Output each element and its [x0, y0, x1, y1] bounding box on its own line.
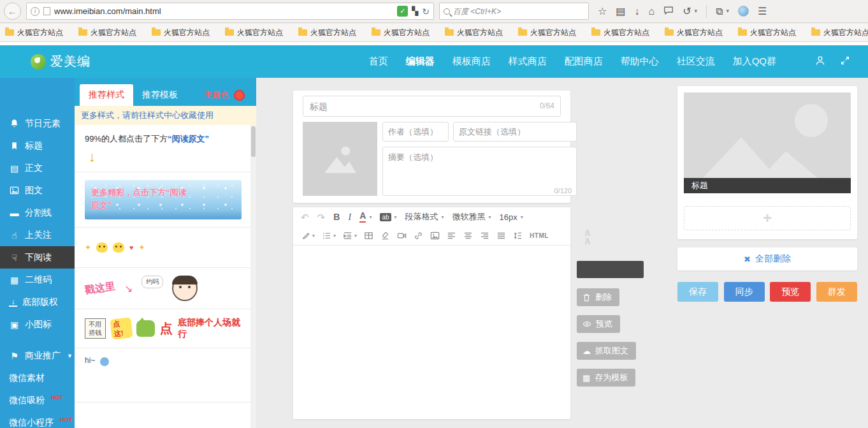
url-bar[interactable]: i ✓ ▚ ↻: [26, 3, 434, 20]
bookmark-item[interactable]: 火狐官方站点: [591, 27, 649, 38]
bold-button[interactable]: B: [333, 212, 340, 222]
bookmark-item[interactable]: 火狐官方站点: [298, 27, 356, 38]
format-painter-icon[interactable]: [301, 231, 310, 240]
bookmark-item[interactable]: 火狐官方站点: [811, 27, 868, 38]
history-icon[interactable]: ↺: [683, 6, 691, 17]
bookmark-star-icon[interactable]: ☆: [598, 6, 607, 17]
back-button[interactable]: ←: [4, 3, 21, 20]
nav-home[interactable]: 首页: [369, 55, 388, 68]
sidebar-item-body-text[interactable]: ▤ 正文: [0, 157, 75, 179]
paragraph-format-dropdown[interactable]: 段落格式 ▾: [405, 211, 444, 223]
clear-format-icon[interactable]: [380, 231, 390, 240]
indent-icon[interactable]: [343, 231, 352, 240]
hovered-action-button[interactable]: [577, 261, 644, 278]
style-item-winter-banner[interactable]: 更多精彩，点击下方“阅读原文”: [75, 172, 256, 228]
account-icon[interactable]: [738, 6, 749, 17]
nav-join-qq[interactable]: 加入QQ群: [733, 55, 776, 68]
source-link-input[interactable]: [453, 122, 577, 142]
style-item-read-more-text[interactable]: 99%的人都点击了下方“阅读原文” ↓: [75, 125, 256, 172]
bookmark-item[interactable]: 火狐官方站点: [518, 27, 576, 38]
align-right-icon[interactable]: [480, 231, 489, 240]
sidebar-item-wechat-miniprogram[interactable]: 微信小程序 HOT: [0, 411, 75, 428]
add-article-button[interactable]: +: [684, 206, 851, 230]
nav-help-center[interactable]: 帮助中心: [621, 55, 659, 68]
font-color-caret-icon[interactable]: ▾: [369, 214, 372, 220]
font-color-button[interactable]: A: [359, 211, 366, 222]
bookmark-item[interactable]: 火狐官方站点: [665, 27, 723, 38]
history-caret-icon[interactable]: ▾: [695, 8, 698, 14]
mass-send-button[interactable]: 群发: [816, 282, 857, 302]
style-item-click-bottom[interactable]: 不用搭钱 点这! 点 底部捧个人场就行: [75, 309, 256, 348]
collapse-chevrons[interactable]: ∧ ∧: [578, 228, 597, 245]
preview-button[interactable]: 预览: [577, 315, 620, 333]
tab-recommended-styles[interactable]: 推荐样式: [80, 84, 133, 106]
italic-button[interactable]: I: [348, 212, 351, 223]
style-item-cartoon-emojis[interactable]: ✦ ♥ ✦: [75, 228, 256, 268]
sidebar-item-footer-copyright[interactable]: ↓ 底部版权: [0, 291, 75, 313]
tab-groups-icon[interactable]: ⧉: [716, 6, 723, 17]
url-input[interactable]: [54, 6, 393, 16]
sync-button[interactable]: 同步: [724, 282, 765, 302]
app-logo[interactable]: 爱美编: [31, 53, 90, 70]
highlight-button[interactable]: ab: [380, 213, 391, 221]
preview-article-button[interactable]: 预览: [770, 282, 811, 302]
bookmark-item[interactable]: 火狐官方站点: [5, 27, 63, 38]
tab-groups-caret-icon[interactable]: ▾: [727, 8, 730, 14]
sidebar-item-wechat-material[interactable]: 微信素材: [0, 367, 75, 389]
html-mode-button[interactable]: HTML: [530, 232, 549, 239]
nav-style-store[interactable]: 样式商店: [509, 55, 547, 68]
sidebar-item-festival-elements[interactable]: 节日元素: [0, 112, 75, 135]
align-justify-icon[interactable]: [496, 231, 506, 240]
tab-recommended-templates[interactable]: 推荐模板: [133, 84, 187, 106]
align-left-icon[interactable]: [447, 231, 456, 240]
author-input[interactable]: [382, 122, 449, 142]
refresh-icon[interactable]: ↻: [422, 6, 430, 17]
grab-article-button[interactable]: ☁ 抓取图文: [577, 342, 636, 360]
nav-editor[interactable]: 编辑器: [406, 55, 435, 68]
bookmarks-panel-icon[interactable]: ▤: [616, 6, 625, 17]
font-family-dropdown[interactable]: 微软雅黑 ▾: [452, 211, 491, 223]
article-title-input[interactable]: [303, 96, 561, 117]
style-item-poke-here[interactable]: 戳这里 ↘ 约吗: [75, 268, 256, 309]
line-height-icon[interactable]: [513, 231, 523, 240]
list-caret-icon[interactable]: ▾: [333, 233, 336, 239]
downloads-icon[interactable]: ↓: [634, 6, 639, 17]
sidebar-item-wechat-fans[interactable]: 微信吸粉 HOT: [0, 389, 75, 411]
indent-caret-icon[interactable]: ▾: [354, 233, 357, 239]
article-thumbnail[interactable]: [684, 92, 851, 178]
video-icon[interactable]: [397, 231, 407, 240]
insert-image-icon[interactable]: [430, 231, 440, 240]
font-size-dropdown[interactable]: 16px ▾: [500, 212, 523, 222]
bookmark-item[interactable]: 火狐官方站点: [445, 27, 503, 38]
redo-icon[interactable]: ↷: [317, 212, 326, 222]
extension-icon[interactable]: ▚: [412, 6, 418, 16]
sidebar-item-read-bottom[interactable]: ☟ 下阅读: [0, 246, 75, 269]
summary-textarea[interactable]: [382, 147, 577, 196]
search-bar[interactable]: [439, 3, 589, 20]
user-icon[interactable]: [814, 55, 826, 69]
sidebar-item-qrcode[interactable]: ▦ 二维码: [0, 269, 75, 291]
chat-icon[interactable]: [663, 5, 674, 17]
theme-color-swatch[interactable]: [234, 90, 245, 101]
sidebar-item-business-promo[interactable]: ⚑ 商业推广 ▼: [0, 344, 75, 367]
sidebar-item-divider[interactable]: ▬ 分割线: [0, 202, 75, 224]
bookmark-item[interactable]: 火狐官方站点: [738, 27, 796, 38]
sidebar-item-title[interactable]: 标题: [0, 135, 75, 157]
table-icon[interactable]: [364, 231, 373, 240]
save-button[interactable]: 保存: [677, 282, 718, 302]
undo-icon[interactable]: ↶: [301, 212, 309, 222]
menu-icon[interactable]: ☰: [758, 6, 767, 17]
sidebar-item-image-text[interactable]: 图文: [0, 179, 75, 202]
sidebar-item-small-icons[interactable]: ▣ 小图标: [0, 313, 75, 336]
nav-image-store[interactable]: 配图商店: [565, 55, 603, 68]
list-icon[interactable]: [322, 231, 331, 240]
clear-all-button[interactable]: ✖ 全部删除: [677, 247, 857, 270]
scrollbar-thumb[interactable]: [251, 126, 256, 157]
style-list-scrollbar[interactable]: [250, 125, 256, 428]
fullscreen-icon[interactable]: [840, 55, 850, 68]
nav-template-store[interactable]: 模板商店: [452, 55, 491, 68]
home-icon[interactable]: ⌂: [648, 6, 655, 17]
highlight-caret-icon[interactable]: ▾: [394, 214, 397, 220]
search-input[interactable]: [453, 7, 584, 16]
link-icon[interactable]: [414, 231, 423, 240]
